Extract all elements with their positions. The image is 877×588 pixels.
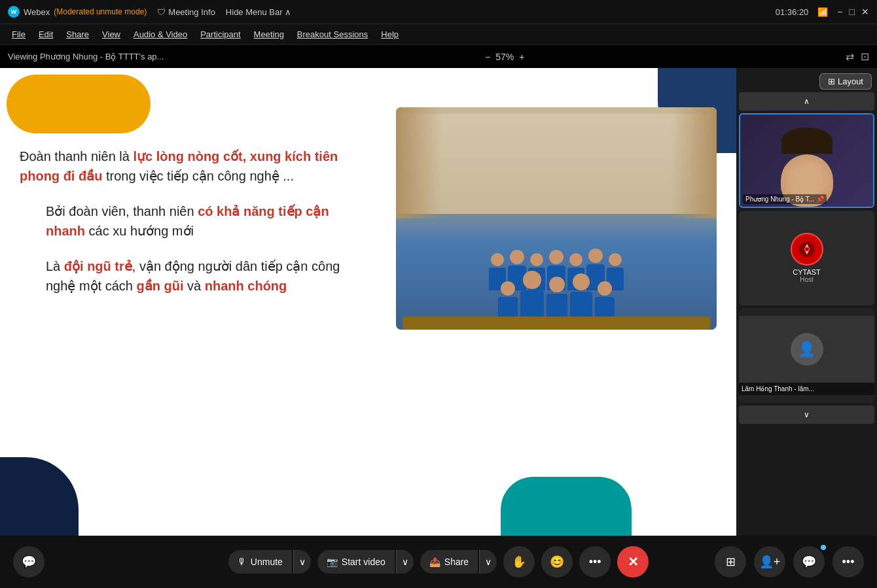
menu-edit[interactable]: Edit	[33, 27, 58, 42]
window-controls: − □ ✕	[837, 7, 869, 17]
participant-name-tag-3: Lâm Hồng Thanh - lâm...	[739, 383, 874, 395]
maximize-button[interactable]: □	[850, 7, 855, 17]
curtain-photo-right	[671, 107, 717, 218]
unmute-arrow-button[interactable]: ∨	[293, 550, 311, 574]
share-arrow-button[interactable]: ∨	[479, 550, 497, 574]
chat-bubble-icon: 💬	[802, 555, 816, 569]
zoom-plus-button[interactable]: +	[519, 52, 524, 62]
webex-logo: W Webex (Moderated unmute mode)	[8, 6, 147, 18]
viewing-label: Viewing Phương Nhung - Bộ TTTT's ap...	[8, 52, 164, 61]
chat-icon-btn[interactable]: 💬	[13, 546, 45, 578]
unmute-button[interactable]: 🎙 Unmute	[228, 550, 292, 574]
start-video-button[interactable]: 📷 Start video	[317, 550, 395, 574]
react-button[interactable]: 😊	[541, 546, 573, 578]
table-surface	[403, 317, 710, 330]
shield-icon: 🛡	[157, 7, 166, 17]
zoom-level: 57%	[495, 52, 514, 62]
title-bar-right: 01:36:20 📶 − □ ✕	[776, 7, 869, 17]
share-bar-title: Viewing Phương Nhung - Bộ TTTT's ap...	[8, 52, 164, 61]
minimize-button[interactable]: −	[837, 7, 842, 17]
panel-scroll-up-button[interactable]: ∧	[739, 92, 874, 111]
layout-icon: ⊞	[828, 77, 835, 86]
right-toolbar-icons: ⊞ 👤+ 💬 •••	[715, 546, 864, 578]
chat-button-left[interactable]: 💬	[13, 546, 45, 578]
pin-icon: 📌	[816, 196, 824, 203]
slide-paragraph-2: Bởi đoàn viên, thanh niên có khả năng ti…	[46, 201, 360, 241]
ellipsis-icon: •••	[589, 555, 601, 569]
cytast-role: Host	[800, 276, 814, 283]
svg-point-2	[805, 247, 809, 251]
start-video-arrow-button[interactable]: ∨	[396, 550, 414, 574]
participant-name-tag-1: Phương Nhung - Bộ T... 📌	[743, 194, 827, 204]
signal-icon: 📶	[817, 7, 828, 17]
clock-time: 01:36:20	[776, 7, 809, 17]
panel-scroll-down-button[interactable]: ∨	[739, 406, 874, 424]
cytast-avatar	[791, 233, 823, 266]
curtain-photo-left	[396, 107, 442, 218]
participants-button[interactable]: 👤+	[754, 546, 785, 578]
menu-bar: File Edit Share View Audio & Video Parti…	[0, 24, 877, 44]
chevron-down-icon: ∨	[804, 410, 810, 419]
video-bg	[740, 114, 873, 207]
participants-icon: 👤+	[759, 555, 781, 569]
cytast-name: CYTAST	[790, 268, 823, 276]
meeting-info-button[interactable]: 🛡 Meeting Info	[157, 7, 215, 17]
menu-audio-video[interactable]: Audio & Video	[128, 27, 192, 42]
hand-icon: ✋	[512, 555, 526, 569]
share-group: 📤 Share ∨	[420, 550, 497, 574]
menu-file[interactable]: File	[7, 27, 31, 42]
more-options-button[interactable]: •••	[579, 546, 611, 578]
right-panel: ⊞ Layout ∧ Phương Nhung - Bộ T... 📌	[736, 68, 877, 536]
menu-breakout-sessions[interactable]: Breakout Sessions	[292, 27, 373, 42]
orange-blob-shape	[7, 75, 151, 133]
share-button[interactable]: 📤 Share	[420, 550, 478, 574]
webex-icon: W	[8, 6, 20, 18]
zoom-minus-button[interactable]: −	[485, 52, 490, 62]
unmute-group: 🎙 Unmute ∨	[228, 550, 311, 574]
grid-view-button[interactable]: ⊞	[715, 546, 746, 578]
menu-share[interactable]: Share	[61, 27, 94, 42]
more-right-button[interactable]: •••	[832, 546, 864, 578]
slide-content: Đoàn thanh niên là lực lòng nòng cốt, xu…	[0, 68, 736, 536]
menu-meeting[interactable]: Meeting	[249, 27, 289, 42]
chevron-down-icon-unmute: ∨	[299, 557, 306, 567]
chevron-up-icon: ∧	[804, 97, 810, 106]
participant-tile-lam-hong-thanh: 👤 Lâm Hồng Thanh - lâm...	[739, 308, 874, 403]
layout-button[interactable]: ⊞ Layout	[819, 73, 872, 90]
menu-help[interactable]: Help	[376, 27, 404, 42]
end-call-icon: ✕	[628, 554, 639, 570]
participant-tile-cytast: CYTAST Host	[739, 211, 874, 305]
chat-button-right[interactable]: 💬	[793, 546, 825, 578]
layout-label: Layout	[838, 77, 863, 86]
ellipsis-right-icon: •••	[842, 555, 855, 569]
dark-blue-bottom-left-shape	[0, 457, 79, 536]
presentation-area: Đoàn thanh niên là lực lòng nòng cốt, xu…	[0, 68, 736, 536]
close-button[interactable]: ✕	[861, 7, 869, 17]
chevron-down-icon-share: ∨	[485, 557, 492, 567]
hide-menu-label: Hide Menu Bar	[226, 7, 283, 17]
moderated-label: (Moderated unmute mode)	[54, 7, 147, 16]
raise-hand-button[interactable]: ✋	[503, 546, 535, 578]
bottom-toolbar: 💬 🎙 Unmute ∨ 📷 Start video ∨ 📤 Share ∨	[0, 536, 877, 588]
end-call-button[interactable]: ✕	[617, 546, 649, 578]
video-thumbnail: Phương Nhung - Bộ T... 📌	[740, 114, 873, 207]
menu-view[interactable]: View	[97, 27, 126, 42]
sync-icon: ⇄	[846, 50, 854, 63]
slide-photo	[396, 107, 717, 330]
front-row	[396, 271, 717, 323]
title-bar-left: W Webex (Moderated unmute mode) 🛡 Meetin…	[8, 6, 291, 18]
chat-icon: 💬	[22, 555, 36, 569]
cytast-logo-icon	[798, 240, 816, 258]
slide-paragraph-3: Là đội ngũ trẻ, vận động người dân tiếp …	[46, 256, 360, 296]
camera-slash-icon: 📷	[327, 557, 338, 567]
start-video-group: 📷 Start video ∨	[317, 550, 414, 574]
participant-tile-phuong-nhung: Phương Nhung - Bộ T... 📌	[739, 113, 874, 208]
slide-paragraph-1: Đoàn thanh niên là lực lòng nòng cốt, xu…	[20, 147, 360, 186]
chat-icon-right-btn[interactable]: 💬	[793, 546, 825, 578]
menu-participant[interactable]: Participant	[195, 27, 245, 42]
fit-screen-icon[interactable]: ⊡	[861, 50, 869, 63]
hide-menu-bar-button[interactable]: Hide Menu Bar ∧	[226, 7, 291, 17]
teal-bottom-right-shape	[501, 477, 632, 536]
slide-text: Đoàn thanh niên là lực lòng nòng cốt, xu…	[20, 147, 360, 311]
share-bar: Viewing Phương Nhung - Bộ TTTT's ap... −…	[0, 44, 877, 68]
